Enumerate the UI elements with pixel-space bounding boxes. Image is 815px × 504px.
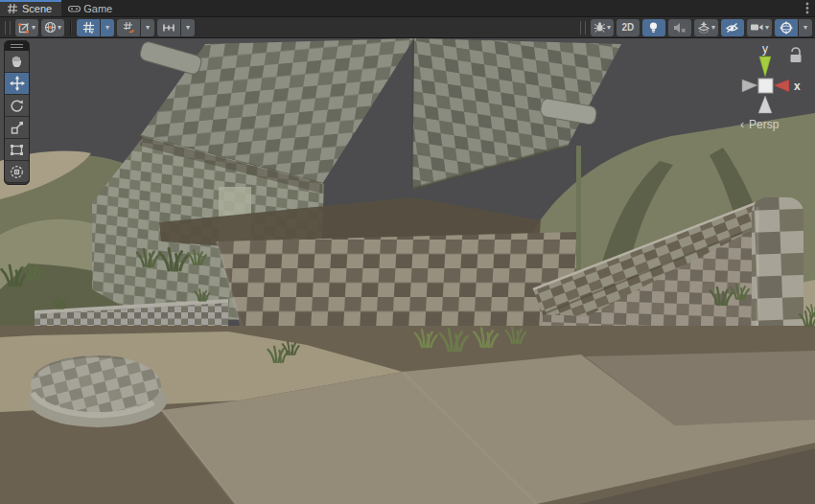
lightbulb-icon bbox=[648, 21, 659, 34]
grid-axis-icon: y bbox=[82, 21, 95, 34]
dropdown-arrow-icon: ▾ bbox=[607, 24, 611, 32]
effects-icon bbox=[697, 21, 710, 34]
camera-icon bbox=[750, 22, 764, 33]
increment-snap-dropdown[interactable]: ▾ bbox=[181, 19, 195, 36]
toolbar-drag-handle[interactable] bbox=[5, 21, 11, 34]
debug-draw-mode-button[interactable]: ▾ bbox=[591, 19, 614, 36]
scale-tool[interactable] bbox=[5, 117, 29, 139]
gizmo-center-cube[interactable] bbox=[758, 79, 773, 93]
gizmos-dropdown[interactable]: ▾ bbox=[799, 19, 812, 36]
dropdown-arrow-icon: ▾ bbox=[32, 24, 35, 32]
rotate-tool[interactable] bbox=[5, 95, 29, 117]
axis-x-handle[interactable]: x bbox=[774, 80, 801, 93]
rect-icon bbox=[10, 143, 24, 157]
grid-visibility-button[interactable]: y bbox=[77, 19, 100, 36]
pivot-icon bbox=[18, 21, 31, 34]
2d-view-label: 2D bbox=[622, 22, 635, 33]
dropdown-arrow-icon: ▾ bbox=[58, 24, 61, 32]
gamepad-icon bbox=[68, 3, 80, 14]
increment-snap-button[interactable] bbox=[157, 19, 180, 36]
camera-settings-button[interactable]: ▾ bbox=[747, 19, 772, 36]
bug-icon bbox=[594, 21, 606, 34]
gizmo-sphere-icon bbox=[780, 21, 793, 34]
dropdown-arrow-icon: ▾ bbox=[765, 24, 769, 32]
transform-icon bbox=[10, 165, 24, 179]
axis-y-handle[interactable]: y bbox=[759, 42, 771, 77]
toolbar-drag-handle-right[interactable] bbox=[580, 21, 586, 34]
lock-open-icon[interactable] bbox=[791, 48, 802, 62]
snap-increment-icon bbox=[162, 22, 175, 34]
scene-effects-button[interactable]: ▾ bbox=[694, 19, 718, 36]
move-icon bbox=[10, 76, 25, 91]
tab-scene[interactable]: Scene bbox=[0, 0, 61, 16]
scene-viewport[interactable]: y x bbox=[0, 38, 815, 504]
scene-audio-button[interactable] bbox=[668, 19, 691, 36]
tab-scene-label: Scene bbox=[22, 3, 52, 14]
snap-magnet-icon bbox=[123, 21, 135, 34]
rect-tool[interactable] bbox=[5, 139, 29, 161]
transform-tool[interactable] bbox=[5, 161, 29, 183]
scene-lighting-button[interactable] bbox=[642, 19, 665, 36]
move-tool[interactable] bbox=[5, 73, 29, 95]
unity-scene-view-window: Scene Game bbox=[0, 0, 815, 504]
scale-icon bbox=[10, 121, 24, 135]
tools-overlay bbox=[4, 40, 30, 185]
tab-game-label: Game bbox=[83, 3, 112, 14]
speaker-muted-icon bbox=[673, 22, 687, 34]
orientation-gizmo-overlay: y x bbox=[723, 40, 811, 136]
gizmos-toggle-button[interactable] bbox=[775, 19, 798, 36]
grid-visibility-dropdown[interactable]: ▾ bbox=[101, 19, 114, 36]
axis-x-label: x bbox=[794, 80, 801, 93]
axis-y-label: y bbox=[762, 42, 768, 56]
grid-snapping-dropdown[interactable]: ▾ bbox=[141, 19, 154, 36]
persp-arrow-icon: ‹ bbox=[740, 118, 744, 131]
axis-down-handle[interactable] bbox=[758, 96, 772, 113]
hand-icon bbox=[10, 55, 24, 69]
axis-left-handle[interactable] bbox=[742, 80, 757, 92]
scene-render[interactable] bbox=[0, 38, 815, 504]
tool-settings-button[interactable]: ▾ bbox=[15, 19, 38, 36]
eye-hidden-icon bbox=[725, 22, 739, 34]
dropdown-arrow-icon: ▾ bbox=[711, 24, 715, 32]
view-hand-tool[interactable] bbox=[5, 51, 29, 73]
round-checkered-platform[interactable] bbox=[29, 355, 167, 427]
2d-view-button[interactable]: 2D bbox=[617, 19, 640, 36]
toolbar-separator bbox=[70, 21, 71, 34]
globe-icon bbox=[44, 21, 57, 34]
handle-orientation-button[interactable]: ▾ bbox=[41, 19, 64, 36]
rotate-icon bbox=[10, 99, 24, 113]
tab-game[interactable]: Game bbox=[61, 0, 122, 16]
tab-overflow-menu[interactable] bbox=[800, 0, 815, 16]
tab-bar: Scene Game bbox=[0, 0, 815, 17]
projection-toggle[interactable]: ‹ Persp bbox=[740, 118, 780, 131]
tools-overlay-drag-handle[interactable] bbox=[5, 41, 29, 51]
kebab-menu-icon bbox=[805, 2, 809, 14]
scene-visibility-button[interactable] bbox=[721, 19, 744, 36]
scene-toolbar: ▾ ▾ y ▾ bbox=[0, 17, 815, 38]
grid-icon bbox=[7, 3, 18, 14]
projection-label: Persp bbox=[749, 118, 780, 131]
grid-snapping-button[interactable] bbox=[117, 19, 140, 36]
